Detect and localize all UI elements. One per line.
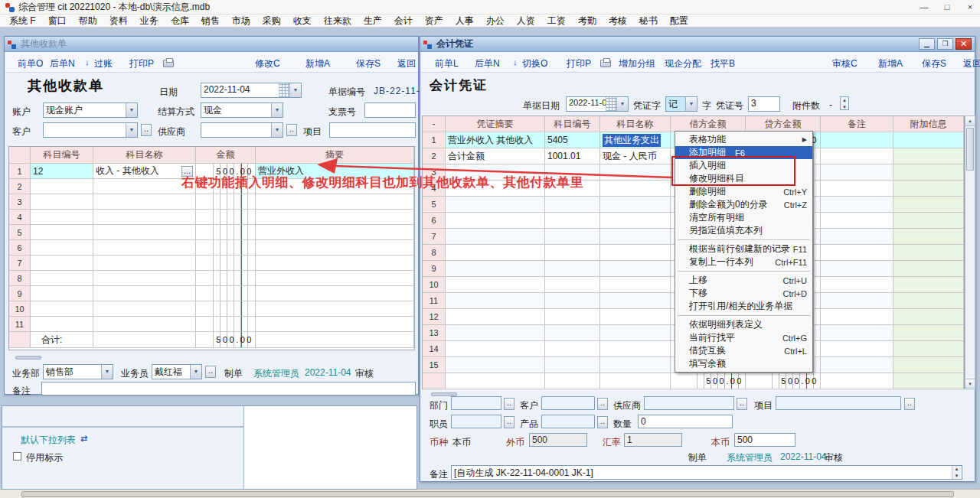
receipt-window-titlebar[interactable]: 其他收款单: [5, 37, 418, 52]
table-cell[interactable]: [893, 197, 964, 212]
table-cell[interactable]: [31, 301, 93, 316]
table-row[interactable]: 7: [9, 256, 414, 271]
project-input[interactable]: [329, 122, 416, 138]
table-cell[interactable]: [31, 194, 93, 209]
table-cell[interactable]: [821, 293, 893, 308]
chevron-down-icon[interactable]: ▼: [685, 97, 697, 111]
menu-item-窗口[interactable]: 窗口: [42, 15, 73, 28]
disable-flag-checkbox[interactable]: [13, 452, 21, 461]
foreign-input[interactable]: 500: [529, 433, 587, 447]
default-dropdown-link[interactable]: 默认下拉列表: [21, 434, 76, 447]
save-button[interactable]: 保存S: [922, 57, 946, 70]
table-cell[interactable]: [821, 213, 893, 228]
context-menu-item[interactable]: 表格功能▶: [675, 133, 812, 146]
table-cell[interactable]: [196, 240, 256, 255]
table-cell[interactable]: 8: [423, 245, 446, 260]
table-cell[interactable]: [256, 256, 414, 270]
table-cell[interactable]: 15: [423, 357, 446, 373]
table-total-row[interactable]: 合计:500.00: [9, 332, 414, 348]
table-total-row[interactable]: 500.00500.00: [423, 373, 964, 389]
table-cell[interactable]: [446, 277, 545, 292]
date-input[interactable]: 2022-11-04 ▼: [201, 83, 302, 98]
table-cell[interactable]: [893, 164, 964, 180]
menu-item-仓库[interactable]: 仓库: [165, 15, 195, 28]
table-cell[interactable]: [446, 197, 545, 212]
staff-input[interactable]: [451, 415, 501, 428]
table-cell[interactable]: 8: [9, 271, 31, 285]
table-cell[interactable]: [545, 341, 600, 356]
scrollbar-thumb[interactable]: [966, 128, 974, 171]
table-cell[interactable]: [821, 229, 893, 244]
table-cell[interactable]: [446, 341, 545, 356]
table-cell[interactable]: [93, 256, 196, 270]
menu-item-办公[interactable]: 办公: [480, 15, 511, 28]
printer-icon[interactable]: [600, 60, 611, 67]
table-cell[interactable]: [446, 293, 545, 308]
menu-item-会计[interactable]: 会计: [388, 15, 419, 28]
table-cell[interactable]: [256, 301, 414, 316]
menu-item-系统F[interactable]: 系统 F: [3, 15, 42, 28]
table-cell[interactable]: [31, 225, 93, 239]
table-cell[interactable]: [93, 240, 196, 255]
table-cell[interactable]: [31, 286, 93, 301]
table-cell[interactable]: 500.00: [671, 373, 746, 389]
rate-input[interactable]: 1: [624, 433, 682, 447]
table-cell[interactable]: 9: [423, 261, 446, 276]
supplier-input[interactable]: [644, 396, 734, 410]
customer-input[interactable]: [541, 396, 595, 410]
menu-item-业务[interactable]: 业务: [134, 15, 165, 28]
table-cell[interactable]: [31, 179, 93, 194]
context-menu-item[interactable]: 删除明细Ctrl+Y: [675, 185, 812, 198]
balance-button[interactable]: 找平B: [710, 57, 735, 70]
table-cell[interactable]: [93, 271, 196, 285]
table-cell[interactable]: 6: [9, 240, 31, 255]
next-doc-button[interactable]: 后单N: [475, 57, 500, 70]
table-cell[interactable]: [93, 301, 196, 316]
audit-button[interactable]: 审核C: [832, 57, 858, 70]
table-cell[interactable]: [893, 132, 964, 148]
minimize-icon[interactable]: —: [919, 2, 929, 11]
table-cell[interactable]: [893, 293, 964, 308]
table-cell[interactable]: 13: [423, 325, 446, 340]
splitter-handle[interactable]: [15, 356, 41, 360]
table-cell[interactable]: [893, 325, 964, 340]
table-cell[interactable]: [256, 286, 414, 301]
column-header[interactable]: 科目编号: [31, 147, 93, 163]
table-cell[interactable]: [600, 373, 671, 389]
table-cell[interactable]: [446, 229, 545, 244]
chevron-down-icon[interactable]: ▼: [126, 103, 137, 117]
horizontal-scrollbar[interactable]: [0, 489, 980, 498]
table-cell[interactable]: [545, 357, 600, 373]
customer-lookup-button[interactable]: ..: [597, 398, 608, 410]
switch-button[interactable]: 切换O: [522, 57, 547, 70]
table-cell[interactable]: [545, 261, 600, 276]
window-minimize-icon[interactable]: ▁: [919, 38, 935, 50]
table-cell[interactable]: [93, 317, 196, 331]
table-cell[interactable]: [446, 309, 545, 324]
table-cell[interactable]: [893, 261, 964, 276]
new-button[interactable]: 新增A: [878, 57, 903, 70]
table-cell[interactable]: 7: [423, 229, 446, 244]
table-cell[interactable]: [256, 317, 414, 331]
table-cell[interactable]: [31, 240, 93, 255]
menu-item-销售[interactable]: 销售: [195, 15, 226, 28]
print-button[interactable]: 打印P: [129, 57, 154, 70]
calendar-icon[interactable]: [606, 97, 616, 111]
table-cell[interactable]: [821, 132, 893, 148]
table-cell[interactable]: [545, 309, 600, 324]
local-input[interactable]: 500: [734, 433, 795, 447]
scroll-up-icon[interactable]: ▲: [965, 116, 975, 126]
menu-item-秘书[interactable]: 秘书: [633, 15, 664, 28]
chevron-down-icon[interactable]: ▼: [190, 365, 201, 379]
supplier-lookup-button[interactable]: ..: [737, 398, 747, 410]
table-cell[interactable]: [821, 181, 893, 196]
table-cell[interactable]: [893, 181, 964, 196]
chevron-down-icon[interactable]: ▼: [101, 365, 113, 379]
table-cell[interactable]: [446, 357, 545, 373]
selected-account-cell[interactable]: 其他业务支出: [603, 134, 661, 147]
table-row[interactable]: 6: [9, 240, 414, 256]
table-cell[interactable]: 10: [423, 277, 446, 292]
table-cell[interactable]: [93, 179, 196, 194]
table-cell[interactable]: [893, 148, 964, 164]
table-cell[interactable]: [821, 373, 893, 389]
